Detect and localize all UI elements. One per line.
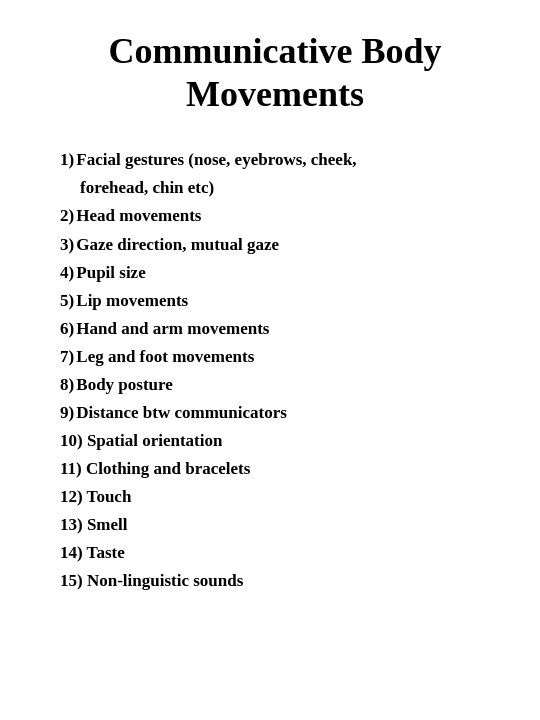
page-container: Communicative Body Movements 1) Facial g… <box>0 0 540 625</box>
list-item-item-11: 11) Clothing and bracelets <box>60 455 490 483</box>
list-item-item-13: 13) Smell <box>60 511 490 539</box>
list-item-item-3: 3) Gaze direction, mutual gaze <box>60 231 490 259</box>
list-item-item-2: 2) Head movements <box>60 202 490 230</box>
page-title: Communicative Body Movements <box>60 30 490 116</box>
list-item-item-1b: forehead, chin etc) <box>60 174 490 202</box>
list-item-item-10: 10) Spatial orientation <box>60 427 490 455</box>
list-item-item-15: 15) Non-linguistic sounds <box>60 567 490 595</box>
list-item-item-5: 5) Lip movements <box>60 287 490 315</box>
list-item-item-14: 14) Taste <box>60 539 490 567</box>
list-item-item-4: 4) Pupil size <box>60 259 490 287</box>
list-item-item-7: 7) Leg and foot movements <box>60 343 490 371</box>
list-item-item-12: 12) Touch <box>60 483 490 511</box>
list-item-item-9: 9) Distance btw communicators <box>60 399 490 427</box>
list-item-item-8: 8) Body posture <box>60 371 490 399</box>
list-item-item-1a: 1) Facial gestures (nose, eyebrows, chee… <box>60 146 490 174</box>
list-container: 1) Facial gestures (nose, eyebrows, chee… <box>60 146 490 595</box>
list-item-item-6: 6) Hand and arm movements <box>60 315 490 343</box>
